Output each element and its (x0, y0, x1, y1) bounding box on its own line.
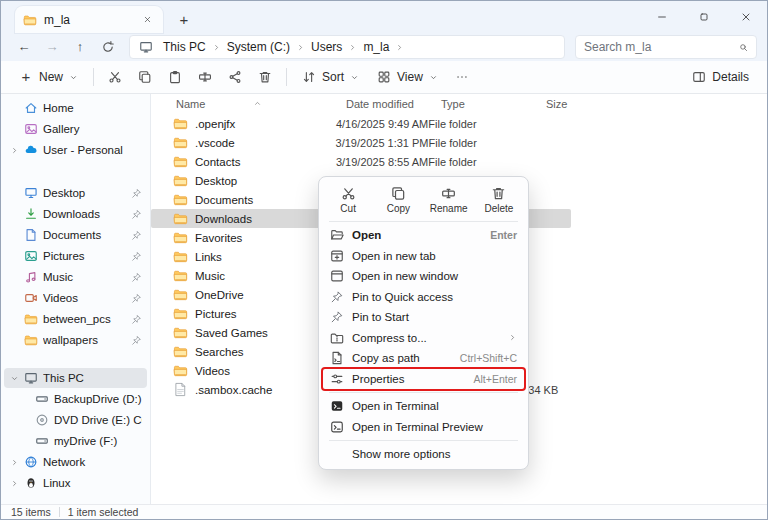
menu-item-pin-to-quick-access[interactable]: Pin to Quick access (323, 287, 524, 308)
file-type: File folder (428, 118, 503, 130)
file-date-modified: 3/19/2025 8:55 AM (336, 156, 428, 168)
search-input[interactable] (584, 40, 733, 54)
paste-button[interactable] (161, 64, 189, 90)
menu-item-open-in-new-window[interactable]: Open in new window (323, 266, 524, 287)
menu-item-properties[interactable]: PropertiesAlt+Enter (323, 369, 524, 390)
column-header-name[interactable]: Name (151, 98, 346, 110)
sidebar-item-gallery[interactable]: Gallery (4, 119, 147, 139)
minimize-button[interactable] (641, 1, 683, 33)
breadcrumb-item-users[interactable]: Users (307, 39, 346, 55)
sidebar-item-label: Videos (43, 292, 126, 304)
sidebar-item-pictures[interactable]: Pictures (4, 246, 147, 266)
menu-item-label: Pin to Quick access (352, 291, 517, 303)
context-menu: CutCopyRenameDelete OpenEnterOpen in new… (318, 176, 529, 470)
toolbar-actions (101, 64, 279, 90)
new-tab-button[interactable]: + (173, 9, 195, 31)
column-header-type[interactable]: Type (441, 98, 521, 110)
sidebar-item-user-personal[interactable]: User - Personal (4, 140, 147, 160)
close-window-button[interactable] (725, 1, 767, 33)
breadcrumb-item-system-c[interactable]: System (C:) (223, 39, 294, 55)
menu-item-label: Open in new window (352, 270, 517, 282)
delete-icon (491, 186, 506, 201)
address-bar[interactable]: This PCSystem (C:)Usersm_la (129, 35, 565, 59)
column-header-date-modified[interactable]: Date modified (346, 98, 441, 110)
share-icon (228, 70, 242, 84)
menu-separator (329, 392, 518, 393)
status-divider (59, 507, 60, 517)
cut-button[interactable] (101, 64, 129, 90)
sidebar-item-music[interactable]: Music (4, 267, 147, 287)
file-name: Searches (195, 346, 244, 358)
copy-button[interactable] (131, 64, 159, 90)
file-explorer-window: m_la + ← → ↑ This PCSystem (C:)Usersm_la… (0, 0, 768, 520)
menu-item-compress-to[interactable]: Compress to... (323, 328, 524, 349)
sort-icon (302, 70, 316, 84)
share-button[interactable] (221, 64, 249, 90)
menu-item-open-in-new-tab[interactable]: Open in new tab (323, 246, 524, 267)
file-name: .vscode (195, 137, 235, 149)
quick-action-copy[interactable]: Copy (373, 184, 423, 216)
file-row-vscode[interactable]: .vscode3/19/2025 1:31 PMFile folder (151, 133, 571, 152)
quick-action-label: Delete (484, 203, 513, 214)
view-button[interactable]: View (369, 64, 446, 90)
file-icon (173, 382, 188, 397)
downloads-icon (24, 207, 38, 221)
menu-item-open-in-terminal-preview[interactable]: Open in Terminal Preview (323, 417, 524, 438)
view-button-label: View (397, 70, 423, 84)
forward-button[interactable]: → (39, 35, 65, 59)
breadcrumb-item-this-pc[interactable]: This PC (159, 39, 210, 55)
new-button-label: New (39, 70, 63, 84)
quick-action-delete[interactable]: Delete (474, 184, 524, 216)
sidebar-item-documents[interactable]: Documents (4, 225, 147, 245)
more-options-button[interactable] (448, 64, 476, 90)
column-header-size[interactable]: Size (521, 98, 591, 110)
sidebar-item-videos[interactable]: Videos (4, 288, 147, 308)
quick-action-rename[interactable]: Rename (424, 184, 474, 216)
sidebar-item-mydrive-f[interactable]: myDrive (F:) (4, 431, 147, 451)
menu-item-open-in-terminal[interactable]: Open in Terminal (323, 396, 524, 417)
back-button[interactable]: ← (11, 35, 37, 59)
file-name-cell: Downloads (151, 211, 337, 226)
sidebar-item-linux[interactable]: Linux (4, 473, 147, 493)
column-headers: Name Date modified Type Size (151, 94, 767, 114)
sidebar-chevron (9, 479, 19, 488)
sidebar-item-label: User - Personal (43, 144, 142, 156)
menu-item-show-more-options[interactable]: Show more options (323, 444, 524, 465)
tab-close-button[interactable] (139, 12, 155, 28)
up-button[interactable]: ↑ (67, 35, 93, 59)
drive-icon (35, 434, 49, 448)
file-date-modified: 3/19/2025 1:31 PM (336, 137, 429, 149)
sidebar-item-dvd-drive-e-cccoma-x64f[interactable]: DVD Drive (E:) CCCOMA_X64F (4, 410, 147, 430)
breadcrumb-item-m-la[interactable]: m_la (359, 39, 393, 55)
chevron-right-icon (212, 43, 221, 52)
ellipsis-icon (455, 70, 469, 84)
sidebar-item-this-pc[interactable]: This PC (4, 368, 147, 388)
sidebar-item-home[interactable]: Home (4, 98, 147, 118)
sidebar-item-downloads[interactable]: Downloads (4, 204, 147, 224)
maximize-button[interactable] (683, 1, 725, 33)
context-menu-quick-actions: CutCopyRenameDelete (323, 181, 524, 218)
sidebar-item-backupdrive-d[interactable]: BackupDrive (D:) (4, 389, 147, 409)
file-row-openjfx[interactable]: .openjfx4/16/2025 9:49 AMFile folder (151, 114, 571, 133)
sidebar-item-wallpapers[interactable]: wallpapers (4, 330, 147, 350)
refresh-button[interactable] (95, 35, 121, 59)
details-button[interactable]: Details (684, 64, 757, 90)
sidebar-item-network[interactable]: Network (4, 452, 147, 472)
copypath-icon (330, 351, 344, 365)
file-row-contacts[interactable]: Contacts3/19/2025 8:55 AMFile folder (151, 152, 571, 171)
new-button[interactable]: + New (11, 64, 86, 90)
menu-item-open[interactable]: OpenEnter (323, 225, 524, 246)
compress-icon (330, 331, 344, 345)
menu-item-copy-as-path[interactable]: Copy as pathCtrl+Shift+C (323, 348, 524, 369)
copy-icon (138, 70, 152, 84)
delete-button[interactable] (251, 64, 279, 90)
sidebar-item-between-pcs[interactable]: between_pcs (4, 309, 147, 329)
rename-button[interactable] (191, 64, 219, 90)
delete-icon (258, 70, 272, 84)
menu-item-pin-to-start[interactable]: Pin to Start (323, 307, 524, 328)
sidebar-item-desktop[interactable]: Desktop (4, 183, 147, 203)
folder-icon (173, 268, 188, 283)
quick-action-cut[interactable]: Cut (323, 184, 373, 216)
sort-button[interactable]: Sort (294, 64, 367, 90)
explorer-tab[interactable]: m_la (15, 6, 163, 33)
